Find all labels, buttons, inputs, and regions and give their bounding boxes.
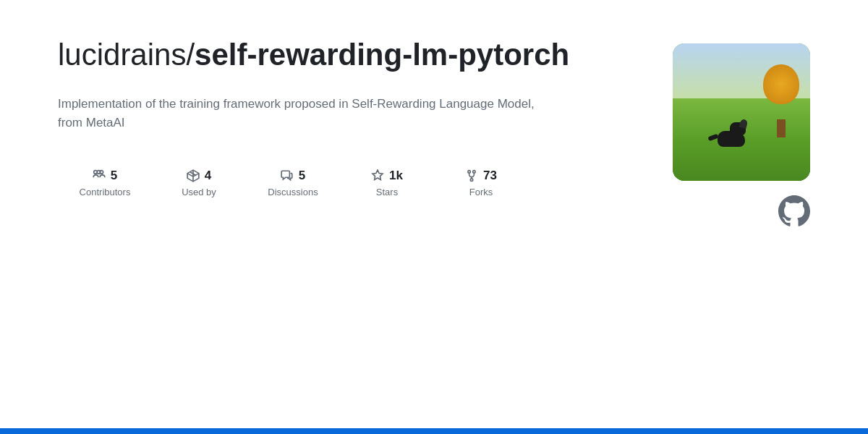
repo-info: lucidrains/self-rewarding-lm-pytorch Imp… <box>58 36 608 197</box>
svg-point-2 <box>473 171 475 173</box>
repo-avatar <box>673 43 810 181</box>
forks-label: Forks <box>469 187 493 197</box>
stats-row: 5 Contributors 4 Used by <box>58 169 608 197</box>
right-section <box>673 36 810 230</box>
contributors-icon <box>93 169 106 182</box>
stars-value: 1k <box>389 169 403 183</box>
discussions-icon <box>281 169 294 182</box>
repo-title: lucidrains/self-rewarding-lm-pytorch <box>58 36 608 75</box>
discussions-value: 5 <box>299 169 305 183</box>
used-by-label: Used by <box>182 187 216 197</box>
star-icon <box>371 169 384 182</box>
discussions-label: Discussions <box>268 187 318 197</box>
package-icon <box>187 169 200 182</box>
repo-description: Implementation of the training framework… <box>58 95 535 133</box>
contributors-label: Contributors <box>80 187 131 197</box>
stat-used-by[interactable]: 4 Used by <box>152 169 246 197</box>
forks-icon <box>465 169 478 182</box>
stat-discussions[interactable]: 5 Discussions <box>246 169 340 197</box>
svg-point-1 <box>468 171 470 173</box>
stat-forks[interactable]: 73 Forks <box>434 169 528 197</box>
forks-value: 73 <box>483 169 497 183</box>
repo-name: self-rewarding-lm-pytorch <box>195 38 569 72</box>
bottom-bar <box>0 428 868 434</box>
stars-label: Stars <box>376 187 398 197</box>
svg-point-0 <box>100 171 103 174</box>
repo-owner: lucidrains/ <box>58 38 195 72</box>
contributors-value: 5 <box>111 169 117 183</box>
stat-stars[interactable]: 1k Stars <box>340 169 434 197</box>
stat-contributors[interactable]: 5 Contributors <box>58 169 152 197</box>
svg-point-3 <box>470 179 472 181</box>
github-logo[interactable] <box>778 195 810 230</box>
used-by-value: 4 <box>205 169 211 183</box>
